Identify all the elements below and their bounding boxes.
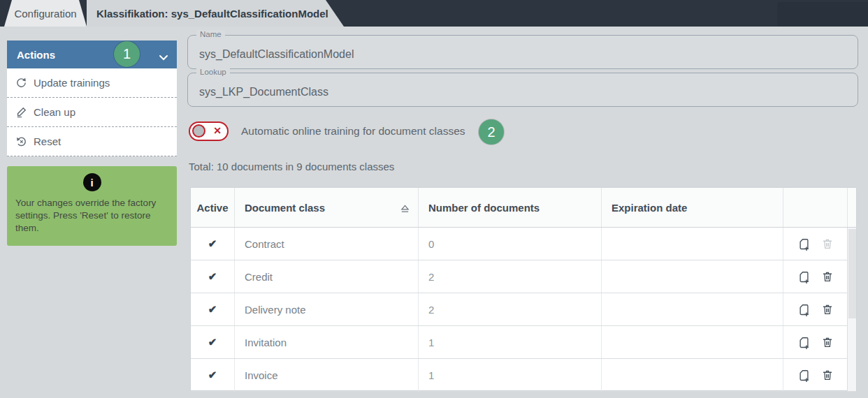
- reset-icon: [15, 135, 27, 147]
- trash-icon: [821, 336, 834, 348]
- number-of-documents-cell: 2: [428, 271, 434, 283]
- action-label: Update trainings: [34, 77, 110, 89]
- table-row[interactable]: ✔ Invitation 1: [191, 326, 856, 359]
- table-row[interactable]: ✔ Invoice 1: [191, 359, 856, 392]
- actions-panel: Actions Update trainings Clean up: [7, 40, 177, 156]
- annotation-badge-1: 1: [114, 41, 140, 67]
- trash-icon: [821, 303, 834, 316]
- add-document-icon: [797, 303, 811, 316]
- info-box: i Your changes override the factory sett…: [7, 166, 177, 246]
- refresh-icon: [15, 77, 27, 89]
- name-field[interactable]: Name sys_DefaultClassificationModel: [187, 35, 858, 69]
- add-document-button[interactable]: [797, 303, 811, 316]
- lookup-field-value[interactable]: sys_LKP_DocumentClass: [199, 73, 328, 106]
- delete-row-button[interactable]: [821, 369, 834, 381]
- delete-row-button[interactable]: [821, 270, 834, 283]
- delete-row-button[interactable]: [821, 303, 834, 316]
- header-expiration-date[interactable]: Expiration date: [602, 188, 783, 227]
- header-document-class[interactable]: Document class: [235, 188, 419, 227]
- add-document-button[interactable]: [797, 237, 811, 251]
- actions-list: Update trainings Clean up Reset: [7, 68, 177, 156]
- table-scrollbar-thumb[interactable]: [848, 229, 856, 318]
- table-row[interactable]: ✔ Credit 2: [191, 260, 856, 293]
- delete-row-button[interactable]: [821, 336, 834, 348]
- add-document-icon: [797, 336, 811, 349]
- document-class-cell: Credit: [245, 271, 273, 283]
- tab-bar: Configuration Klassifikation: sys_Defaul…: [0, 0, 868, 27]
- lookup-field[interactable]: Lookup sys_LKP_DocumentClass: [187, 73, 858, 107]
- header-number-of-documents[interactable]: Number of documents: [419, 188, 602, 227]
- app-window: Configuration Klassifikation: sys_Defaul…: [0, 0, 868, 398]
- action-label: Clean up: [34, 106, 75, 118]
- actions-title: Actions: [17, 49, 55, 61]
- add-document-button[interactable]: [797, 336, 811, 349]
- annotation-badge-2: 2: [479, 119, 504, 145]
- clean-icon: [15, 106, 27, 118]
- document-classes-table: Active Document class Number of document…: [190, 187, 857, 391]
- sort-ascending-icon[interactable]: [400, 203, 410, 215]
- actions-menu-header[interactable]: Actions: [7, 40, 177, 68]
- active-check-icon: ✔: [208, 369, 217, 381]
- header-active[interactable]: Active: [191, 188, 235, 227]
- toggle-knob[interactable]: [192, 124, 205, 138]
- tab-configuration-label: Configuration: [14, 8, 76, 20]
- chevron-down-icon[interactable]: [159, 51, 168, 63]
- add-document-icon: [797, 270, 811, 283]
- action-clean-up[interactable]: Clean up: [7, 98, 177, 127]
- number-of-documents-cell: 1: [428, 369, 434, 381]
- document-class-cell: Invoice: [245, 369, 278, 381]
- active-check-icon: ✔: [208, 303, 217, 316]
- trash-icon: [821, 237, 834, 250]
- action-reset[interactable]: Reset: [7, 127, 177, 156]
- info-icon: i: [83, 173, 101, 191]
- document-class-cell: Delivery note: [245, 304, 306, 316]
- tab-klassifikation[interactable]: Klassifikation: sys_DefaultClassificatio…: [87, 0, 344, 27]
- delete-row-button[interactable]: [821, 237, 834, 250]
- name-field-value[interactable]: sys_DefaultClassificationModel: [199, 36, 354, 68]
- document-class-cell: Invitation: [245, 337, 287, 348]
- online-training-label: Automatic online training for document c…: [241, 125, 465, 138]
- total-summary: Total: 10 documents in 9 documents class…: [189, 161, 394, 172]
- header-scrollbar-spacer: [848, 188, 856, 227]
- info-text: Your changes override the factory settin…: [15, 197, 168, 234]
- table-scrollbar[interactable]: [847, 228, 856, 391]
- table-row[interactable]: ✔ Delivery note 2: [191, 293, 856, 326]
- add-document-icon: [797, 237, 811, 251]
- add-document-button[interactable]: [797, 369, 811, 382]
- tab-close-icon[interactable]: ✖: [335, 8, 344, 19]
- active-check-icon: ✔: [208, 336, 217, 348]
- header-actions: [783, 188, 848, 227]
- trash-icon: [821, 369, 834, 381]
- number-of-documents-cell: 1: [428, 337, 434, 348]
- add-document-icon: [797, 369, 811, 382]
- action-update-trainings[interactable]: Update trainings: [7, 68, 177, 98]
- table-row[interactable]: ✔ Contract 0: [191, 228, 856, 260]
- table-header-row: Active Document class Number of document…: [191, 188, 856, 228]
- number-of-documents-cell: 2: [428, 304, 434, 316]
- tab-klassifikation-label: Klassifikation: sys_DefaultClassificatio…: [96, 8, 328, 20]
- tab-configuration[interactable]: Configuration: [4, 0, 87, 27]
- number-of-documents-cell: 0: [428, 238, 434, 250]
- toggle-off-icon: ✕: [213, 125, 222, 136]
- header-right-panel: [777, 2, 868, 27]
- add-document-button[interactable]: [797, 270, 811, 283]
- active-check-icon: ✔: [208, 270, 217, 283]
- online-training-toggle[interactable]: ✕: [189, 121, 229, 141]
- document-class-cell: Contract: [245, 238, 284, 250]
- action-label: Reset: [34, 135, 61, 147]
- active-check-icon: ✔: [208, 237, 217, 250]
- trash-icon: [821, 270, 834, 283]
